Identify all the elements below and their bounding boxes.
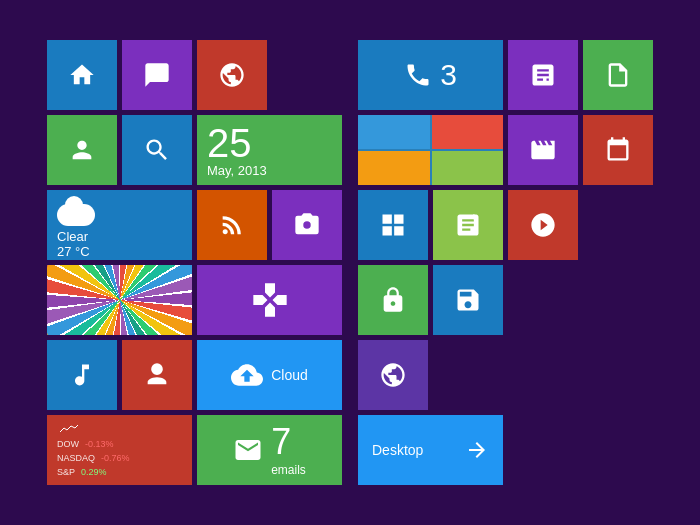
weather-condition: Clear <box>57 229 88 244</box>
weather-tile[interactable]: Clear 27 °C <box>47 190 192 260</box>
stocks-container: DOW -0.13% NASDAQ -0.76% S&P 0.29% <box>47 415 192 485</box>
home-tile[interactable] <box>47 40 117 110</box>
cloud-content: Cloud <box>231 359 308 391</box>
weather-cloud-icon <box>57 198 95 229</box>
home-icon <box>68 61 96 89</box>
people-tile[interactable] <box>47 115 117 185</box>
date-tile[interactable]: 25 May, 2013 <box>197 115 342 185</box>
calendar-tile[interactable] <box>583 115 653 185</box>
email-count: 7 <box>271 421 291 463</box>
camera-icon <box>293 211 321 239</box>
phone-tile[interactable]: 3 <box>358 40 503 110</box>
rss-tile[interactable] <box>197 190 267 260</box>
nasdaq-row: NASDAQ -0.76% <box>57 453 130 463</box>
photos-preview-tile[interactable] <box>358 115 503 185</box>
calculator-icon <box>529 61 557 89</box>
date-day: 25 <box>207 123 252 163</box>
film-tile[interactable] <box>508 115 578 185</box>
desktop-tile[interactable]: Desktop <box>358 415 503 485</box>
calculator-tile[interactable] <box>508 40 578 110</box>
film-icon <box>529 136 557 164</box>
cloud-label: Cloud <box>271 367 308 383</box>
left-tile-grid: 25 May, 2013 Clear 27 °C <box>47 40 342 485</box>
email-tile[interactable]: 7 emails <box>197 415 342 485</box>
starburst-preview <box>47 265 192 335</box>
windows-tile[interactable] <box>358 190 428 260</box>
lock-icon <box>379 286 407 314</box>
phone-container: 3 <box>404 58 457 92</box>
start-screen: 25 May, 2013 Clear 27 °C <box>27 20 673 505</box>
media-tile[interactable] <box>508 190 578 260</box>
left-row-1 <box>47 40 342 110</box>
silhouette-icon <box>143 361 171 389</box>
date-container: 25 May, 2013 <box>197 115 342 185</box>
sp-label: S&P <box>57 467 75 477</box>
phone-icon <box>404 61 432 89</box>
nasdaq-value: -0.76% <box>101 453 130 463</box>
games-tile[interactable] <box>197 265 342 335</box>
person-icon <box>68 136 96 164</box>
arrow-right-icon <box>465 438 489 462</box>
music-icon <box>68 361 96 389</box>
me-tile[interactable] <box>122 340 192 410</box>
rss-icon <box>218 211 246 239</box>
photo-sub-3 <box>358 151 430 185</box>
photo-sub-4 <box>432 151 504 185</box>
chat-icon <box>143 61 171 89</box>
media-icon <box>529 211 557 239</box>
gamepad-icon <box>250 280 290 320</box>
left-row-4 <box>47 265 342 335</box>
nasdaq-label: NASDAQ <box>57 453 95 463</box>
stocks-tile[interactable]: DOW -0.13% NASDAQ -0.76% S&P 0.29% <box>47 415 192 485</box>
left-row-6: DOW -0.13% NASDAQ -0.76% S&P 0.29% <box>47 415 342 485</box>
stocks-chart-icon <box>57 423 81 435</box>
search-tile[interactable] <box>122 115 192 185</box>
document-tile[interactable] <box>583 40 653 110</box>
globe-icon <box>218 61 246 89</box>
dow-value: -0.13% <box>85 439 114 449</box>
lock-tile[interactable] <box>358 265 428 335</box>
right-row-6: Desktop <box>358 415 653 485</box>
photos-tile[interactable] <box>47 265 192 335</box>
right-row-5 <box>358 340 653 410</box>
search-icon <box>143 136 171 164</box>
music-tile[interactable] <box>47 340 117 410</box>
document-icon <box>604 61 632 89</box>
messaging-tile[interactable] <box>122 40 192 110</box>
cloud-upload-icon <box>231 359 263 391</box>
dow-row: DOW -0.13% <box>57 439 114 449</box>
left-row-2: 25 May, 2013 <box>47 115 342 185</box>
left-row-5: Cloud <box>47 340 342 410</box>
sp-row: S&P 0.29% <box>57 467 107 477</box>
sp-value: 0.29% <box>81 467 107 477</box>
right-row-2 <box>358 115 653 185</box>
browser-tile[interactable] <box>358 340 428 410</box>
date-monthyear: May, 2013 <box>207 163 267 178</box>
floppy-icon <box>454 286 482 314</box>
floppy-tile[interactable] <box>433 265 503 335</box>
photo-sub-1 <box>358 115 430 149</box>
right-row-4 <box>358 265 653 335</box>
email-text-container: 7 emails <box>271 421 306 479</box>
photo-grid-preview <box>358 115 503 185</box>
photo-sub-2 <box>432 115 504 149</box>
envelope-icon <box>233 435 263 465</box>
weather-temp: 27 °C <box>57 244 90 259</box>
notepad-tile[interactable] <box>433 190 503 260</box>
cloud-shape <box>57 204 95 226</box>
internet-tile[interactable] <box>197 40 267 110</box>
right-row-3 <box>358 190 653 260</box>
cloud-tile[interactable]: Cloud <box>197 340 342 410</box>
windows-icon <box>379 211 407 239</box>
desktop-label: Desktop <box>372 442 423 458</box>
globe2-icon <box>379 361 407 389</box>
right-tile-grid: 3 <box>358 40 653 485</box>
phone-count: 3 <box>440 58 457 92</box>
email-label: emails <box>271 463 306 479</box>
desktop-container: Desktop <box>358 428 503 472</box>
notepad-icon <box>454 211 482 239</box>
left-row-3: Clear 27 °C <box>47 190 342 260</box>
right-row-1: 3 <box>358 40 653 110</box>
camera-tile[interactable] <box>272 190 342 260</box>
weather-container: Clear 27 °C <box>47 190 192 260</box>
